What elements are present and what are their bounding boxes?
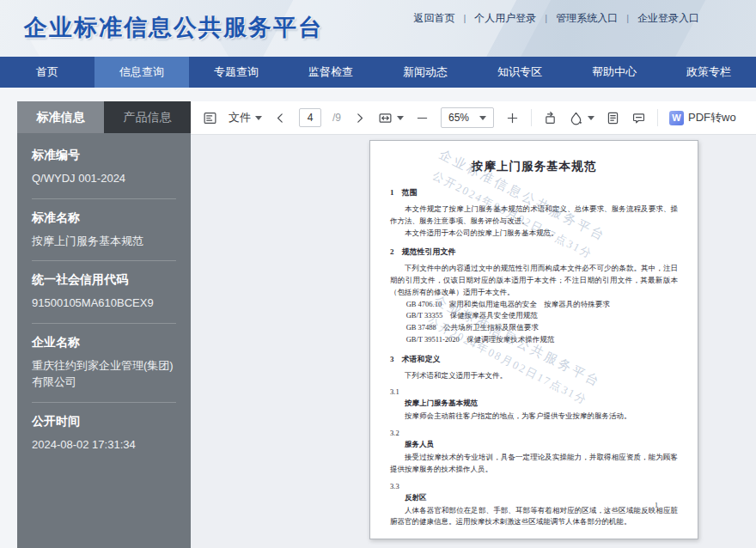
pdf-page: 企业标准信息公共服务平台 公开2024年08月02日17点31分 企业标准信息公… (369, 140, 698, 539)
sidebar-tabs: 标准信息 产品信息 (17, 101, 191, 133)
field-value: Q/WYDJ 001-2024 (32, 170, 176, 187)
field-credit-code: 统一社会信用代码 91500105MA610BCEX9 (32, 261, 176, 324)
nav-item-policy[interactable]: 政策专栏 (662, 57, 756, 88)
page-number-input[interactable]: 4 (299, 108, 321, 127)
header-decor-shape (501, 0, 719, 57)
page-total-label: /9 (332, 112, 341, 124)
rotate-button[interactable] (543, 111, 558, 125)
section-heading: 2 规范性引用文件 (390, 247, 678, 258)
zoom-level-select[interactable]: 65% (441, 107, 494, 128)
reference-item: GB/T 39511-2020 保健调理按摩技术操作规范 (390, 334, 678, 346)
term-heading: 按摩上门服务基本规范 (390, 399, 678, 409)
word-icon: W (669, 111, 684, 125)
field-value: 重庆往约到家企业管理(集团)有限公司 (32, 357, 176, 391)
field-label: 标准名称 (32, 210, 176, 226)
field-standard-name: 标准名称 按摩上门服务基本规范 (32, 199, 176, 262)
main-area: 标准信息 产品信息 标准编号 Q/WYDJ 001-2024 标准名称 按摩上门… (0, 88, 756, 548)
notes-icon (606, 111, 620, 125)
paragraph: 本文件适用于本公司的按摩上门服务基本规范。 (390, 228, 678, 240)
field-standard-number: 标准编号 Q/WYDJ 001-2024 (32, 137, 176, 199)
chevron-down-icon (255, 116, 262, 120)
nav-item-topic-query[interactable]: 专题查询 (189, 57, 284, 88)
site-header: 企业标准信息公共服务平台 返回首页 个人用户登录 管理系统入口 企业登录入口 (0, 0, 756, 57)
term-heading: 服务人员 (390, 440, 678, 450)
field-enterprise-name: 企业名称 重庆往约到家企业管理(集团)有限公司 (32, 324, 176, 403)
paragraph: 下列文件中的内容通过文中的规范性引用而构成本文件必不可少的条款。其中，注日期的引… (390, 263, 678, 298)
link-enterprise-login[interactable]: 企业登录入口 (618, 11, 699, 26)
header-links: 返回首页 个人用户登录 管理系统入口 企业登录入口 (413, 11, 699, 26)
field-label: 标准编号 (32, 148, 176, 163)
zoom-out-icon (415, 111, 430, 125)
field-value: 按摩上门服务基本规范 (32, 233, 176, 250)
field-value: 2024-08-02 17:31:34 (32, 436, 176, 454)
comment-button[interactable] (631, 111, 646, 125)
file-menu-label: 文件 (229, 110, 251, 125)
rotate-icon (543, 111, 558, 125)
toolbar-divider (657, 109, 658, 126)
chevron-right-icon (352, 111, 367, 125)
pdf-to-word-button[interactable]: W PDF转wo (669, 110, 736, 125)
paragraph: 人体各器官和部位在足部、手部、耳部等有着相对应的区域，这些区域能反映相应脏腑器官… (390, 505, 678, 529)
pdf-to-word-label: PDF转wo (688, 110, 736, 125)
thumbnail-panel-icon[interactable] (203, 111, 217, 125)
link-management-portal[interactable]: 管理系统入口 (536, 11, 618, 26)
chevron-down-icon (479, 116, 486, 120)
tab-product-info[interactable]: 产品信息 (104, 101, 191, 133)
reference-item: GB/T 33355 保健按摩器具安全使用规范 (390, 310, 678, 322)
pdf-content-area: 文件 4 /9 65% (191, 101, 756, 548)
chevron-down-icon (397, 116, 404, 120)
clause-number: 3.1 (390, 387, 678, 396)
pdf-page-content: 企业标准信息公共服务平台 公开2024年08月02日17点31分 企业标准信息公… (370, 141, 698, 539)
fill-color-button[interactable] (569, 111, 594, 125)
main-nav: 首页 信息查询 专题查询 监督检查 新闻动态 知识专区 帮助中心 政策专栏 (0, 57, 756, 88)
prev-page-button[interactable] (273, 111, 288, 125)
chevron-left-icon (273, 111, 288, 125)
site-title: 企业标准信息公共服务平台 (24, 12, 323, 43)
link-personal-login[interactable]: 个人用户登录 (454, 11, 536, 26)
fill-color-icon (569, 111, 583, 125)
zoom-out-button[interactable] (415, 111, 430, 125)
toolbar-divider (531, 109, 532, 126)
reference-item: GB 37488 公共场所卫生指标及限值要求 (390, 322, 678, 334)
nav-item-news[interactable]: 新闻动态 (378, 57, 472, 88)
paragraph: 本文件规定了按摩上门服务基本规范的术语和定义、总体要求、服务流程及要求、操作方法… (390, 204, 678, 228)
section-heading: 1 范围 (390, 187, 678, 198)
tab-standard-info[interactable]: 标准信息 (17, 101, 104, 133)
next-page-button[interactable] (352, 111, 367, 125)
nav-item-help-center[interactable]: 帮助中心 (567, 57, 662, 88)
document-title: 按摩上门服务基本规范 (390, 159, 678, 174)
paragraph: 按摩师会主动前往客户指定的地点，为客户提供专业按摩的服务活动。 (390, 411, 678, 423)
term-heading: 反射区 (390, 493, 678, 503)
chevron-down-icon (588, 116, 594, 120)
file-menu-button[interactable]: 文件 (229, 110, 262, 125)
zoom-in-icon (505, 111, 520, 125)
nav-item-supervision[interactable]: 监督检查 (284, 57, 378, 88)
field-label: 统一社会信用代码 (32, 272, 176, 288)
field-label: 公开时间 (32, 414, 176, 429)
nav-item-info-query[interactable]: 信息查询 (94, 57, 189, 88)
section-heading: 3 术语和定义 (390, 354, 678, 365)
pdf-viewer[interactable]: 企业标准信息公共服务平台 公开2024年08月02日17点31分 企业标准信息公… (191, 135, 756, 548)
paragraph: 接受过按摩技术的专业培训，具备一定理论及实操能力，并取得相应资质，能为顾客提供按… (390, 452, 678, 476)
pdf-toolbar: 文件 4 /9 65% (191, 101, 756, 135)
standard-info-sidebar: 标准信息 产品信息 标准编号 Q/WYDJ 001-2024 标准名称 按摩上门… (17, 101, 191, 548)
zoom-level-value: 65% (448, 112, 469, 124)
clause-number: 3.3 (390, 482, 678, 490)
nav-item-knowledge[interactable]: 知识专区 (472, 57, 567, 88)
comment-icon (631, 111, 646, 125)
field-label: 企业名称 (32, 335, 176, 350)
paragraph: 下列术语和定义适用于本文件。 (390, 370, 678, 382)
page-number: 1 (655, 502, 658, 509)
nav-item-home[interactable]: 首页 (0, 57, 94, 88)
zoom-in-button[interactable] (505, 111, 520, 125)
notes-button[interactable] (606, 111, 620, 125)
app-window: 企业标准信息公共服务平台 返回首页 个人用户登录 管理系统入口 企业登录入口 首… (0, 0, 756, 548)
fit-width-icon (378, 111, 393, 125)
reference-item: GB 4706.10 家用和类似用途电器的安全 按摩器具的特殊要求 (390, 299, 678, 311)
sidebar-fields: 标准编号 Q/WYDJ 001-2024 标准名称 按摩上门服务基本规范 统一社… (17, 133, 191, 464)
link-return-home[interactable]: 返回首页 (413, 11, 454, 26)
field-publish-time: 公开时间 2024-08-02 17:31:34 (32, 403, 176, 465)
field-value: 91500105MA610BCEX9 (32, 295, 176, 312)
fit-width-button[interactable] (378, 111, 404, 125)
clause-number: 3.2 (390, 429, 678, 437)
